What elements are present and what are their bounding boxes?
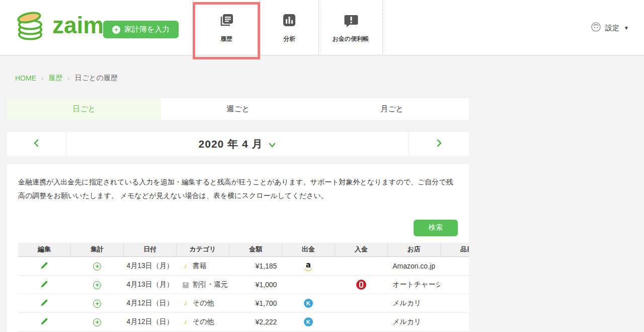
amount-cell: ¥1,700	[229, 294, 282, 313]
table-row: + 4月12日（日） ♪その他 ¥2,222 K メルカリ	[18, 313, 469, 331]
item-cell	[440, 276, 469, 294]
edit-icon[interactable]	[40, 299, 48, 307]
tab-monthly[interactable]: 月ごと	[315, 98, 469, 120]
plus-icon: +	[112, 26, 120, 34]
column-header: 編集	[18, 243, 71, 257]
withdraw-account-cell: a	[282, 257, 335, 276]
top-header: zaim + 家計簿を入力 履歴	[0, 0, 644, 55]
aggregate-plus-icon[interactable]: +	[93, 300, 101, 308]
nav-label-handbook: お金の便利帳	[333, 35, 369, 43]
deposit-account-cell	[335, 313, 387, 331]
category-label: その他	[193, 299, 214, 307]
red-bank-icon	[356, 280, 366, 290]
aggregate-plus-icon[interactable]: +	[93, 262, 101, 271]
date-cell: 4月12日（日）	[124, 313, 177, 331]
column-header: カテゴリ	[177, 243, 229, 257]
column-header: お店	[387, 243, 440, 257]
column-header: 入金	[335, 243, 387, 257]
breadcrumb-home[interactable]: HOME	[15, 74, 36, 82]
period-view-tabs: 日ごと 週ごと 月ごと	[7, 98, 469, 120]
date-cell: 4月12日（日）	[124, 294, 177, 313]
period-nav: 2020 年 4 月	[7, 132, 469, 156]
column-header: 集計	[71, 243, 124, 257]
edit-icon[interactable]	[40, 280, 48, 288]
analysis-chart-icon	[282, 13, 297, 30]
column-header: 金額	[229, 243, 282, 257]
handbook-alert-icon	[343, 13, 358, 30]
column-header: 日付	[124, 243, 177, 257]
deposit-account-cell	[335, 276, 387, 294]
amount-cell: ¥2,222	[229, 313, 282, 331]
history-card: 金融連携が入出金先に指定されている入力を追加・編集すると残高が狂うことがあります…	[7, 164, 469, 332]
history-table: 編集集計日付カテゴリ金額出金入金お店品目 + 4月13日（月） ♪書籍 ¥1,1…	[18, 243, 469, 332]
withdraw-account-cell: K	[282, 313, 335, 331]
next-month-button[interactable]	[409, 132, 469, 156]
edit-icon[interactable]	[40, 261, 48, 270]
breadcrumb-current: 日ごとの履歴	[75, 74, 118, 83]
amount-cell: ¥1,185	[229, 257, 282, 276]
breadcrumb-history[interactable]: 履歴	[48, 74, 62, 83]
table-row: + 4月13日（月） *割引・還元 ¥1,000 オートチャージ（銀行口座）	[18, 276, 469, 294]
settings-label: 設定	[605, 24, 619, 33]
prev-month-button[interactable]	[7, 132, 65, 156]
table-header-row: 編集集計日付カテゴリ金額出金入金お店品目	[18, 243, 469, 257]
coin-stack-icon	[15, 11, 47, 42]
category-label: 割引・還元	[193, 280, 228, 288]
add-entry-label: 家計簿を入力	[124, 25, 170, 34]
avatar-icon	[591, 22, 601, 34]
table-row: + 4月12日（日） ♪その他 ¥1,700 K メルカリ	[18, 294, 469, 313]
withdraw-account-cell: K	[282, 294, 335, 313]
amount-cell: ¥1,000	[229, 276, 282, 294]
shop-cell: オートチャージ（銀行口座）	[387, 276, 440, 294]
nav-label-history: 履歴	[220, 35, 232, 43]
period-title: 2020 年 4 月	[199, 137, 263, 151]
shop-cell: メルカリ	[387, 294, 440, 313]
aggregate-plus-icon[interactable]: +	[93, 318, 101, 326]
column-header: 品目	[440, 243, 469, 257]
edit-icon[interactable]	[40, 317, 48, 325]
history-table-wrap[interactable]: 編集集計日付カテゴリ金額出金入金お店品目 + 4月13日（月） ♪書籍 ¥1,1…	[18, 243, 469, 332]
category-label: 書籍	[193, 261, 207, 270]
settings-menu[interactable]: 設定 ▼	[591, 22, 629, 34]
item-cell	[440, 313, 469, 331]
logo-text: zaim	[52, 14, 104, 40]
shop-cell: メルカリ	[387, 313, 440, 331]
item-cell	[440, 257, 469, 276]
category-icon: ♪	[182, 261, 190, 270]
category-icon: ♪	[182, 317, 190, 325]
nav-item-history[interactable]: 履歴	[193, 0, 260, 55]
table-row: + 4月13日（月） ♪書籍 ¥1,185 a Amazon.co.jp	[18, 257, 469, 276]
deposit-account-cell	[335, 294, 387, 313]
blue-payment-icon: K	[304, 299, 313, 308]
history-list-icon	[219, 13, 234, 30]
notice-text: 金融連携が入出金先に指定されている入力を追加・編集すると残高が狂うことがあります…	[18, 175, 458, 203]
date-cell: 4月13日（月）	[124, 257, 177, 276]
nav-item-analysis[interactable]: 分析	[260, 0, 319, 55]
nav-item-handbook[interactable]: お金の便利帳	[319, 0, 383, 55]
aggregate-plus-icon[interactable]: +	[93, 281, 101, 289]
zaim-logo[interactable]: zaim	[15, 11, 104, 42]
column-header: 出金	[282, 243, 335, 257]
add-entry-button[interactable]: + 家計簿を入力	[103, 21, 179, 38]
blue-payment-icon: K	[304, 317, 313, 326]
category-label: その他	[193, 317, 214, 325]
item-cell	[440, 294, 469, 313]
date-cell: 4月13日（月）	[124, 276, 177, 294]
tab-daily[interactable]: 日ごと	[7, 98, 161, 120]
orange-category-icon: ♪	[184, 318, 187, 325]
chevron-down-icon	[269, 138, 276, 150]
breadcrumb-separator: ›	[67, 75, 69, 82]
zaim-app: zaim + 家計簿を入力 履歴	[0, 0, 644, 332]
amazon-icon: a	[305, 262, 311, 271]
deposit-account-cell	[335, 257, 387, 276]
period-title-dropdown[interactable]: 2020 年 4 月	[66, 132, 408, 156]
category-icon: ♪	[182, 299, 190, 307]
chevron-down-icon: ▼	[624, 25, 629, 31]
chevron-right-icon	[436, 139, 442, 149]
withdraw-account-cell	[282, 276, 335, 294]
nav-label-analysis: 分析	[283, 35, 295, 43]
tab-weekly[interactable]: 週ごと	[161, 98, 315, 120]
search-button[interactable]: 検索	[414, 220, 458, 236]
breadcrumb: HOME › 履歴 › 日ごとの履歴	[15, 74, 118, 83]
breadcrumb-separator: ›	[41, 75, 43, 82]
